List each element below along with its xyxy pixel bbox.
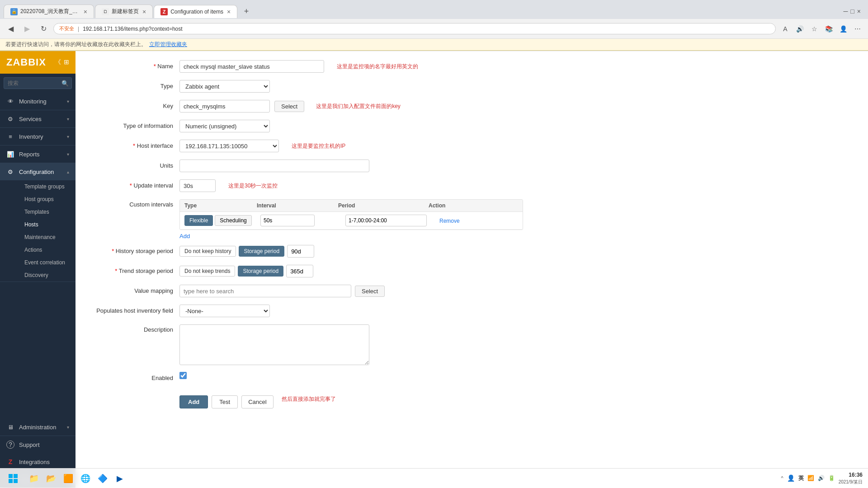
ci-add-container: Add bbox=[179, 233, 523, 239]
administration-icon: 🖥 bbox=[6, 423, 14, 431]
sidebar-item-support[interactable]: ? Support bbox=[0, 436, 75, 453]
taskbar-file-explorer[interactable]: 📁 bbox=[26, 471, 42, 486]
sidebar-sub-templates[interactable]: Templates bbox=[18, 206, 75, 218]
trend-storage-period-btn[interactable]: Storage period bbox=[238, 266, 283, 277]
enabled-checkbox[interactable] bbox=[179, 372, 187, 379]
sidebar-item-configuration[interactable]: ⚙ Configuration ▴ bbox=[0, 163, 75, 180]
tab-1-close[interactable]: × bbox=[84, 8, 87, 15]
notif-link[interactable]: 立即管理收藏夹 bbox=[149, 41, 187, 48]
sidebar-sub-host-groups[interactable]: Host groups bbox=[18, 193, 75, 206]
sidebar-sub-template-groups[interactable]: Template groups bbox=[18, 180, 75, 193]
type-select[interactable]: Zabbix agent bbox=[179, 80, 270, 93]
sidebar-sub-maintenance[interactable]: Maintenance bbox=[18, 231, 75, 244]
cancel-button[interactable]: Cancel bbox=[241, 395, 273, 408]
host-interface-select[interactable]: 192.168.171.135:10050 bbox=[179, 140, 279, 152]
update-interval-annotation: 这里是30秒一次监控 bbox=[228, 182, 278, 190]
profile-button[interactable]: 👤 bbox=[837, 23, 849, 35]
type-of-info-select[interactable]: Numeric (unsigned) bbox=[179, 120, 270, 132]
value-mapping-select-btn[interactable]: Select bbox=[355, 286, 385, 297]
value-mapping-input[interactable] bbox=[179, 285, 351, 297]
key-input[interactable] bbox=[179, 100, 270, 113]
maximize-button[interactable]: □ bbox=[850, 8, 854, 15]
sidebar-item-inventory[interactable]: ≡ Inventory ▾ bbox=[0, 128, 75, 145]
key-select-button[interactable]: Select bbox=[274, 101, 304, 112]
svg-rect-0 bbox=[9, 474, 13, 478]
taskbar-app-teal[interactable]: 🔷 bbox=[95, 471, 110, 486]
tab-3[interactable]: Z Configuration of items × bbox=[154, 5, 237, 18]
notif-text: 若要进行快速访问，请将你的网址收藏放在此收藏夹栏上。 bbox=[5, 41, 146, 48]
sidebar-item-administration[interactable]: 🖥 Administration ▾ bbox=[0, 418, 75, 436]
new-tab-button[interactable]: + bbox=[240, 5, 253, 18]
key-field-label: Key bbox=[89, 100, 179, 109]
trend-control: Do not keep trends Storage period bbox=[179, 265, 523, 277]
description-textarea[interactable] bbox=[179, 324, 369, 365]
sidebar-sub-event-correlation[interactable]: Event correlation bbox=[18, 256, 75, 269]
taskbar-app-orange[interactable]: 🟧 bbox=[61, 471, 76, 486]
taskbar-app-blue[interactable]: ▶ bbox=[112, 471, 127, 486]
update-interval-input[interactable] bbox=[179, 179, 216, 192]
sidebar-expand-button[interactable]: ⊞ bbox=[64, 58, 69, 66]
sidebar-item-reports[interactable]: 📊 Reports ▾ bbox=[0, 145, 75, 163]
content-area: * Name 这里是监控项的名字最好用英文的 * Name 这里是监控项的名字最… bbox=[75, 51, 868, 488]
sidebar-collapse-button[interactable]: 《 bbox=[55, 58, 61, 66]
reports-arrow-icon: ▾ bbox=[67, 152, 69, 157]
tab-3-close[interactable]: × bbox=[227, 8, 231, 15]
sidebar-item-monitoring[interactable]: 👁 Monitoring ▾ bbox=[0, 93, 75, 110]
custom-intervals-control: Type Interval Period Action Flexible Sch… bbox=[179, 199, 523, 239]
reload-button[interactable]: ↻ bbox=[37, 23, 50, 35]
test-button[interactable]: Test bbox=[212, 395, 238, 408]
sidebar-item-services[interactable]: ⚙ Services ▾ bbox=[0, 110, 75, 127]
update-interval-control: 这里是30秒一次监控 bbox=[179, 179, 523, 192]
sidebar-sub-actions[interactable]: Actions bbox=[18, 244, 75, 256]
tab-2[interactable]: 🗋 新建标签页 × bbox=[95, 5, 153, 18]
ci-flexible-btn[interactable]: Flexible bbox=[184, 215, 213, 226]
minimize-button[interactable]: ─ bbox=[843, 8, 848, 15]
taskbar-edge[interactable]: 🌐 bbox=[78, 471, 93, 486]
ci-interval-input[interactable] bbox=[260, 215, 315, 226]
history-storage-period-btn[interactable]: Storage period bbox=[239, 246, 284, 257]
ci-period-input[interactable] bbox=[345, 215, 427, 226]
main-content: * Name 这里是监控项的名字最好用英文的 * Name 这里是监控项的名字最… bbox=[75, 51, 868, 488]
trend-no-keep-btn[interactable]: Do not keep trends bbox=[179, 266, 235, 277]
svg-rect-2 bbox=[9, 479, 13, 483]
after-annotation: 然后直接添加就完事了 bbox=[282, 395, 336, 408]
ci-scheduling-btn[interactable]: Scheduling bbox=[215, 215, 251, 226]
ci-add-button[interactable]: Add bbox=[179, 233, 190, 239]
tab-1[interactable]: 🔒 20220708_润天教育_福兴_Lin... × bbox=[4, 5, 94, 18]
monitoring-arrow-icon: ▾ bbox=[67, 99, 69, 104]
security-warning: 不安全 bbox=[59, 25, 74, 32]
sidebar-sub-discovery[interactable]: Discovery bbox=[18, 269, 75, 282]
tray-lang[interactable]: 英 bbox=[798, 474, 804, 482]
add-button[interactable]: Add bbox=[179, 395, 208, 408]
menu-button[interactable]: ⋯ bbox=[852, 23, 863, 35]
app-container: ZABBIX 《 ⊞ 🔍 👁 Monitoring ▾ ⚙ Services bbox=[0, 51, 868, 488]
sidebar-sub-hosts[interactable]: Hosts bbox=[18, 218, 75, 231]
name-field-input[interactable] bbox=[179, 60, 324, 73]
ci-col-action-header: Action bbox=[429, 202, 518, 209]
sidebar-search-input[interactable] bbox=[4, 78, 59, 89]
trend-value-input[interactable] bbox=[286, 265, 313, 277]
back-button[interactable]: ◀ bbox=[5, 23, 17, 35]
sidebar-integrations-label: Integrations bbox=[19, 459, 69, 465]
row-description: Description bbox=[89, 324, 523, 366]
history-value-input[interactable] bbox=[287, 245, 314, 258]
address-bar[interactable]: 不安全 | 192.168.171.136/items.php?context=… bbox=[53, 23, 776, 34]
ci-remove-button[interactable]: Remove bbox=[439, 218, 460, 224]
populates-select[interactable]: -None- bbox=[179, 305, 270, 317]
close-button[interactable]: × bbox=[857, 8, 861, 15]
tab-2-close[interactable]: × bbox=[142, 8, 146, 15]
sidebar-search-wrap: 🔍 bbox=[4, 77, 72, 89]
sidebar-administration-label: Administration bbox=[19, 424, 62, 431]
units-input[interactable] bbox=[179, 160, 369, 172]
start-button[interactable] bbox=[5, 471, 21, 486]
translate-button[interactable]: A bbox=[779, 23, 791, 35]
collections-button[interactable]: 📚 bbox=[823, 23, 835, 35]
history-no-keep-btn[interactable]: Do not keep history bbox=[179, 246, 236, 257]
search-icon[interactable]: 🔍 bbox=[59, 80, 71, 87]
tray-chevron-icon[interactable]: ^ bbox=[781, 475, 783, 481]
taskbar-folder[interactable]: 📂 bbox=[43, 471, 59, 486]
sidebar-logo: ZABBIX 《 ⊞ bbox=[0, 51, 75, 74]
read-aloud-button[interactable]: 🔊 bbox=[794, 23, 806, 35]
favorites-button[interactable]: ☆ bbox=[808, 23, 820, 35]
forward-button[interactable]: ▶ bbox=[21, 23, 33, 35]
